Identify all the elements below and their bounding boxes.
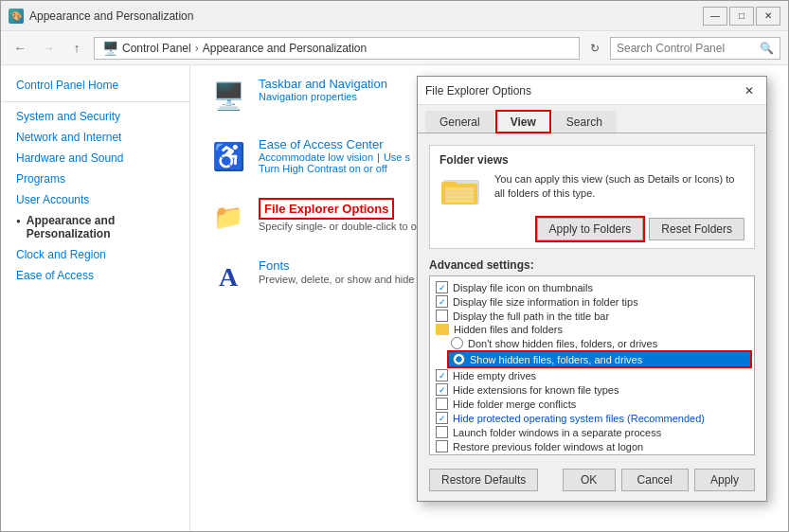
window-controls: — □ ✕	[703, 7, 780, 26]
setting-label: Display file size information in folder …	[453, 296, 638, 308]
ease-link1[interactable]: Accommodate low vision	[259, 151, 373, 163]
list-item: Restore previous folder windows at logon	[432, 439, 752, 453]
radio-dont-show[interactable]	[451, 337, 463, 349]
cancel-button[interactable]: Cancel	[621, 469, 689, 491]
back-button[interactable]: ←	[9, 37, 31, 60]
path-root: Control Panel	[122, 42, 191, 55]
checkbox-file-icon[interactable]	[436, 281, 448, 293]
taskbar-icon: 🖥️	[209, 77, 247, 115]
file-explorer-options-dialog: File Explorer Options ✕ General View Sea…	[417, 76, 767, 502]
sidebar-item-appearance[interactable]: Appearance andPersonalization	[1, 210, 189, 244]
folder-group-icon	[436, 324, 449, 335]
list-item: Display file icon on thumbnails	[432, 280, 752, 294]
dialog-title: File Explorer Options	[425, 84, 531, 98]
folder-views-buttons: Apply to Folders Reset Folders	[439, 218, 744, 240]
tab-bar: General View Search	[418, 105, 766, 133]
forward-button[interactable]: →	[37, 37, 60, 60]
setting-label: Restore previous folder windows at logon	[453, 441, 643, 452]
checkbox-hide-empty[interactable]	[436, 369, 448, 381]
dialog-footer: Restore Defaults OK Cancel Apply	[418, 463, 766, 501]
list-item: Hide protected operating system files (R…	[432, 411, 752, 425]
setting-label: Display file icon on thumbnails	[453, 282, 593, 293]
dialog-action-buttons: OK Cancel Apply	[563, 469, 755, 491]
window-title: Appearance and Personalization	[29, 9, 193, 23]
tab-view[interactable]: View	[496, 111, 550, 133]
sidebar-home[interactable]: Control Panel Home	[1, 73, 189, 98]
list-item: Hide extensions for known file types	[432, 382, 752, 397]
list-item: Hide empty drives	[432, 368, 752, 382]
dialog-titlebar: File Explorer Options ✕	[418, 77, 766, 105]
reset-folders-button[interactable]: Reset Folders	[649, 218, 744, 240]
apply-button[interactable]: Apply	[694, 469, 755, 491]
folder-views-content: You can apply this view (such as Details…	[439, 172, 744, 210]
sidebar-item-user-accounts[interactable]: User Accounts	[1, 189, 189, 210]
ease-link2[interactable]: Use s	[384, 151, 410, 163]
sidebar-item-system-security[interactable]: System and Security	[1, 106, 189, 127]
sidebar-divider	[1, 101, 189, 102]
close-button[interactable]: ✕	[756, 7, 780, 26]
setting-label-selected: Show hidden files, folders, and drives	[470, 354, 642, 365]
advanced-settings-label: Advanced settings:	[429, 258, 755, 272]
checkbox-file-size[interactable]	[436, 295, 448, 308]
setting-label: Hide protected operating system files (R…	[453, 413, 705, 424]
apply-to-folders-button[interactable]: Apply to Folders	[537, 218, 644, 240]
sidebar-item-programs[interactable]: Programs	[1, 168, 189, 189]
ok-button[interactable]: OK	[563, 469, 616, 491]
title-bar-left: 🎨 Appearance and Personalization	[9, 9, 193, 24]
refresh-button[interactable]: ↻	[585, 39, 604, 58]
tab-search[interactable]: Search	[552, 111, 617, 133]
ease-access-icon: ♿	[209, 137, 247, 175]
file-explorer-title[interactable]: File Explorer Options	[259, 198, 394, 220]
setting-label: Display the full path in the title bar	[453, 310, 609, 322]
title-bar: 🎨 Appearance and Personalization — □ ✕	[1, 1, 788, 31]
dialog-body: Folder views	[418, 133, 766, 463]
minimize-button[interactable]: —	[703, 7, 727, 26]
list-item: Display file size information in folder …	[432, 294, 752, 309]
checkbox-merge-conflicts[interactable]	[436, 398, 448, 410]
setting-label: Hide empty drives	[453, 370, 536, 381]
sidebar-item-ease-access[interactable]: Ease of Access	[1, 265, 189, 286]
list-item: Hide folder merge conflicts	[432, 397, 752, 411]
file-explorer-icon: 📁	[209, 198, 247, 236]
sidebar: Control Panel Home System and Security N…	[1, 65, 190, 531]
tab-general[interactable]: General	[425, 111, 494, 133]
setting-label: Hide extensions for known file types	[453, 384, 619, 396]
setting-label: Don't show hidden files, folders, or dri…	[468, 338, 657, 349]
search-box[interactable]: 🔍	[610, 37, 780, 60]
sidebar-item-network-internet[interactable]: Network and Internet	[1, 127, 189, 148]
settings-list[interactable]: Display file icon on thumbnails Display …	[429, 275, 755, 455]
folder-views-title: Folder views	[439, 153, 744, 167]
list-item-selected: Show hidden files, folders, and drives	[447, 350, 752, 368]
up-button[interactable]: ↑	[65, 37, 88, 60]
path-current: Appearance and Personalization	[203, 42, 367, 55]
checkbox-protected-files[interactable]	[436, 412, 448, 424]
fonts-icon: A	[209, 258, 247, 296]
checkbox-hide-extensions[interactable]	[436, 383, 448, 396]
svg-rect-2	[441, 182, 457, 186]
list-item: Don't show hidden files, folders, or dri…	[447, 336, 752, 350]
search-input[interactable]	[617, 42, 756, 55]
sidebar-item-clock-region[interactable]: Clock and Region	[1, 244, 189, 265]
setting-label: Hide folder merge conflicts	[453, 399, 576, 410]
group-label: Hidden files and folders	[454, 324, 563, 335]
active-item-label: Appearance andPersonalization	[27, 214, 115, 240]
path-separator: ›	[195, 42, 199, 55]
dialog-close-button[interactable]: ✕	[740, 81, 759, 100]
list-item-group: Hidden files and folders	[432, 323, 752, 336]
list-item: Display the full path in the title bar	[432, 309, 752, 323]
maximize-button[interactable]: □	[729, 7, 754, 26]
address-path[interactable]: 🖥️ Control Panel › Appearance and Person…	[94, 37, 580, 60]
sidebar-item-hardware-sound[interactable]: Hardware and Sound	[1, 148, 189, 168]
search-icon: 🔍	[760, 42, 774, 55]
app-icon: 🎨	[9, 9, 24, 24]
checkbox-separate-process[interactable]	[436, 426, 448, 438]
setting-label: Launch folder windows in a separate proc…	[453, 427, 661, 438]
folder-views-section: Folder views	[429, 145, 755, 249]
folder-stack-svg	[441, 174, 483, 208]
folder-views-icon	[439, 172, 485, 210]
list-item: Launch folder windows in a separate proc…	[432, 425, 752, 439]
restore-defaults-button[interactable]: Restore Defaults	[429, 469, 538, 491]
radio-show-hidden[interactable]	[453, 353, 465, 365]
checkbox-full-path[interactable]	[436, 310, 448, 322]
checkbox-restore-windows[interactable]	[436, 440, 448, 452]
